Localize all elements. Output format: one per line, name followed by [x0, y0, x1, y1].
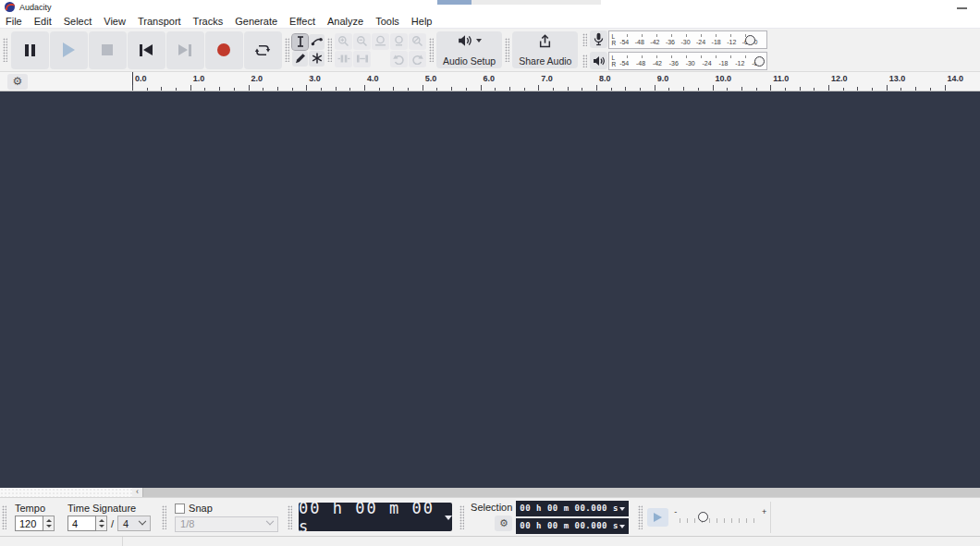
skip-to-start-button[interactable] — [128, 31, 165, 69]
time-signature-upper-input[interactable]: 4 — [67, 516, 96, 531]
menu-item-edit[interactable]: Edit — [34, 16, 52, 27]
time-toolbar-grip[interactable] — [2, 505, 6, 529]
speed-plus-label: + — [762, 507, 766, 516]
ruler-tick — [568, 87, 569, 91]
ruler-tick — [915, 87, 916, 91]
selection-tool-button[interactable] — [292, 34, 308, 50]
recording-volume-knob[interactable] — [745, 35, 755, 45]
menu-item-tools[interactable]: Tools — [375, 16, 399, 27]
tempo-input[interactable]: 120 — [15, 516, 43, 531]
recording-meter-button[interactable] — [590, 30, 607, 48]
audio-position-display[interactable]: 00 h 00 m 00 s — [299, 503, 452, 531]
selection-start-display[interactable]: 00 h 00 m 00.000 s — [516, 501, 629, 516]
play-button[interactable] — [50, 31, 88, 69]
playback-meter-grip[interactable] — [582, 55, 587, 67]
scroll-left-arrow[interactable]: ‹ — [132, 488, 142, 497]
ruler-tick — [277, 87, 278, 91]
audio-position-value: 00 h 00 m 00 s — [299, 499, 441, 536]
tempo-spin-up[interactable] — [43, 516, 54, 524]
recording-meter-box[interactable]: L R -54-48-42-36-30-24-18-12-60 — [608, 30, 767, 49]
zoom-toggle-button[interactable] — [409, 33, 426, 50]
trim-audio-button[interactable] — [335, 51, 352, 67]
scrollbar-thumb[interactable] — [142, 488, 980, 497]
chevron-down-icon — [139, 516, 146, 524]
fit-selection-button[interactable] — [372, 33, 389, 50]
menu-item-file[interactable]: File — [6, 16, 22, 27]
ruler-tick — [321, 88, 322, 91]
title-bar: Audacity — [0, 0, 980, 15]
menu-item-effect[interactable]: Effect — [289, 16, 315, 27]
undo-icon — [393, 54, 405, 65]
recording-meter-grip[interactable] — [582, 33, 587, 46]
multi-tool-button[interactable] — [309, 51, 325, 67]
time-display-grip[interactable] — [288, 505, 292, 529]
audio-setup-button[interactable]: Audio Setup — [436, 31, 502, 68]
menu-item-help[interactable]: Help — [411, 16, 433, 27]
menu-item-analyze[interactable]: Analyze — [327, 16, 363, 27]
draw-tool-button[interactable] — [292, 51, 308, 67]
menu-item-view[interactable]: View — [104, 16, 126, 27]
menu-item-select[interactable]: Select — [64, 16, 92, 27]
snap-label: Snap — [189, 503, 213, 514]
tools-toolbar-grip[interactable] — [285, 38, 289, 62]
time-signature-spin-down[interactable] — [96, 524, 106, 531]
edit-toolbar-grip[interactable] — [327, 38, 332, 62]
time-signature-lower-select[interactable]: 4 — [117, 516, 151, 531]
zoom-out-button[interactable] — [353, 33, 371, 50]
play-at-speed-button[interactable] — [647, 508, 668, 527]
microphone-icon — [594, 32, 604, 46]
play-at-speed-grip[interactable] — [638, 505, 643, 529]
timeline-ruler[interactable]: 0.01.02.03.04.05.06.07.08.09.010.011.012… — [132, 72, 980, 91]
share-audio-toolbar-grip[interactable] — [505, 38, 509, 62]
ruler-label-13.0: 13.0 — [889, 74, 906, 83]
minimize-button[interactable] — [957, 6, 967, 9]
pause-button[interactable] — [11, 31, 49, 69]
envelope-tool-button[interactable] — [309, 34, 325, 50]
selection-end-display[interactable]: 00 h 00 m 00.000 s — [516, 518, 629, 534]
stop-button[interactable] — [89, 31, 127, 69]
ruler-tick — [828, 85, 829, 91]
silence-audio-button[interactable] — [353, 51, 371, 67]
recording-db-label--36: -36 — [666, 39, 675, 45]
snap-select[interactable]: 1/8 — [175, 516, 278, 532]
ruler-label-7.0: 7.0 — [541, 74, 553, 83]
snap-checkbox[interactable] — [175, 504, 185, 514]
ruler-tick — [249, 85, 250, 91]
selection-end-value: 00 h 00 m 00.000 s — [520, 521, 619, 530]
loop-button[interactable] — [244, 31, 282, 69]
playback-db-label--42: -42 — [653, 60, 662, 67]
playback-volume-knob[interactable] — [754, 56, 765, 67]
time-signature-spin-up[interactable] — [96, 516, 106, 524]
tempo-spin-down[interactable] — [43, 524, 54, 531]
redo-button[interactable] — [409, 51, 426, 67]
fit-project-button[interactable] — [390, 33, 408, 50]
ruler-tick — [336, 87, 337, 91]
transport-toolbar-grip[interactable] — [3, 38, 7, 62]
share-audio-button[interactable]: Share Audio — [512, 31, 578, 68]
zoom-in-button[interactable] — [335, 33, 352, 50]
recording-channel-right-label: R — [611, 40, 616, 46]
recording-db-label--30: -30 — [680, 39, 690, 45]
selection-options-gear-button[interactable]: ⚙ — [495, 516, 512, 531]
snap-group: Snap 1/8 — [175, 503, 278, 532]
selection-toolbar-grip[interactable] — [459, 505, 464, 529]
menu-item-tracks[interactable]: Tracks — [193, 16, 224, 27]
timeline-options-gear-button[interactable]: ⚙ — [7, 74, 28, 90]
play-speed-slider[interactable]: - + — [674, 509, 766, 526]
ruler-tick — [640, 88, 641, 91]
undo-button[interactable] — [390, 51, 408, 67]
playback-meter-button[interactable] — [590, 52, 607, 69]
record-button[interactable] — [205, 31, 243, 69]
snap-toolbar-grip[interactable] — [162, 505, 166, 529]
menu-item-transport[interactable]: Transport — [138, 16, 181, 27]
ruler-label-5.0: 5.0 — [425, 74, 437, 83]
playback-meter-box[interactable]: L R -54-48-42-36-30-24-18-12-6 — [608, 52, 767, 70]
ruler-tick — [857, 87, 858, 91]
skip-to-end-button[interactable] — [166, 31, 204, 69]
play-speed-slider-knob[interactable] — [698, 512, 708, 522]
menu-item-generate[interactable]: Generate — [235, 16, 277, 27]
zoom-toggle-icon — [411, 35, 423, 47]
ruler-tick — [161, 87, 162, 91]
audio-setup-toolbar-grip[interactable] — [429, 38, 434, 62]
ruler-tick — [814, 88, 815, 91]
